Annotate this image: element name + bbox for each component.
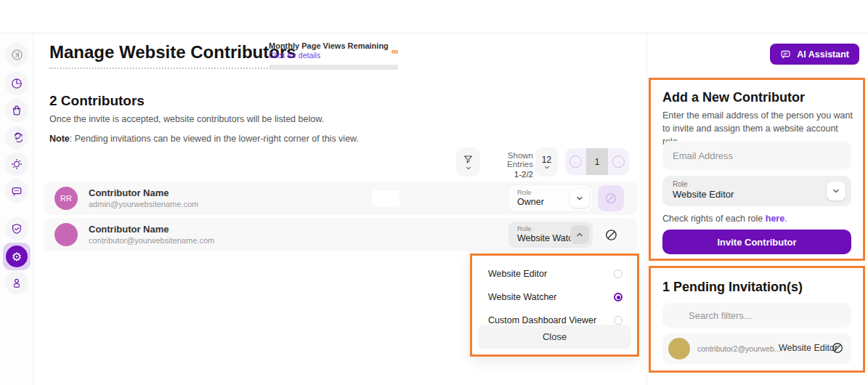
pending-invitation-row: contributor2@yourweb... Website Editor — [662, 333, 851, 364]
remove-contributor-button[interactable] — [603, 227, 619, 243]
radio-checked-icon[interactable] — [614, 293, 622, 301]
ai-assistant-button[interactable]: AI Assistant — [770, 44, 859, 65]
contributor-name: Contributor Name — [89, 187, 169, 198]
check-rights-link[interactable]: here — [766, 214, 784, 224]
page-views-value: ∞ — [392, 46, 398, 57]
role-select[interactable]: Role Website Editor — [662, 176, 851, 206]
role-select-chevron-button[interactable] — [570, 225, 589, 244]
email-field[interactable] — [662, 141, 851, 170]
close-dropdown-button[interactable]: Close — [478, 325, 631, 349]
chevron-down-icon — [832, 187, 840, 195]
pending-role: Website Editor — [779, 343, 837, 353]
sidebar-toggle-button[interactable] — [5, 43, 28, 66]
sidebar: ⚙ — [0, 33, 33, 385]
role-option-website-editor[interactable]: Website Editor — [472, 263, 637, 285]
add-contributor-panel: Add a New Contributor Enter the email ad… — [649, 78, 865, 261]
contributor-row: Contributor Name contributor@yourwebsite… — [44, 218, 638, 251]
note-label: Note — [49, 134, 70, 144]
sidebar-item-contributors[interactable] — [5, 271, 28, 294]
contributor-row: RR Contributor Name admin@yourwebsitenam… — [44, 182, 638, 215]
spiral-icon — [11, 131, 23, 143]
prev-page-button[interactable]: ← — [565, 148, 586, 175]
top-bar — [0, 0, 868, 33]
role-select-chevron-button[interactable] — [570, 189, 589, 208]
role-select-chevron-button[interactable] — [827, 182, 845, 200]
page-title: Manage Website Contributors — [49, 42, 296, 69]
pagination: ← 1 → — [565, 148, 629, 175]
sidebar-item-campaigns[interactable] — [5, 153, 28, 176]
role-option-label: Website Editor — [488, 269, 547, 279]
pending-invitations-panel: 1 Pending Invitation(s) contributor2@you… — [649, 266, 865, 373]
sidebar-toggle-icon — [11, 49, 23, 61]
contributor-email: contributor@yourwebsitename.com — [89, 236, 214, 245]
role-select-label: Role — [673, 180, 851, 188]
contributor-email: admin@yourwebsitename.com — [89, 200, 198, 208]
sidebar-item-sessions[interactable] — [5, 126, 28, 149]
role-option-website-watcher[interactable]: Website Watcher — [472, 286, 637, 308]
remove-contributor-button-disabled — [598, 185, 624, 211]
next-page-button[interactable]: → — [608, 148, 629, 175]
role-select-expanded[interactable]: Role Website Watcher — [508, 222, 593, 248]
role-dropdown-menu: Website Editor Website Watcher Custom Da… — [470, 254, 639, 357]
avatar — [54, 223, 78, 246]
check-rights-prefix: Check rights of each role — [662, 214, 766, 224]
shown-entries: Shown Entries 1-2/2 — [484, 151, 533, 179]
page-views-details-link[interactable]: Click for details — [269, 51, 398, 60]
radio-unchecked-icon[interactable] — [614, 270, 622, 278]
cancel-invitation-button[interactable] — [831, 341, 844, 354]
shopping-bag-icon — [11, 105, 23, 116]
page-views-label: Monthly Page Views Remaining — [269, 41, 398, 50]
shield-check-icon — [11, 223, 23, 235]
gear-icon: ⚙ — [6, 246, 28, 267]
avatar: RR — [54, 187, 78, 210]
pending-invitations-title: 1 Pending Invitation(s) — [662, 280, 803, 295]
contributors-description: Once the invite is accepted, website con… — [49, 114, 324, 124]
role-select[interactable]: Role Owner — [508, 185, 593, 211]
pending-email: contributor2@yourweb... — [697, 344, 781, 353]
contributors-note: Note: Pending invitations can be viewed … — [49, 134, 359, 144]
sidebar-item-feedback[interactable] — [5, 179, 28, 203]
block-icon — [604, 192, 617, 205]
search-input[interactable] — [662, 303, 851, 328]
chevron-down-icon — [575, 194, 584, 203]
content-divider — [646, 33, 647, 385]
sidebar-item-analytics[interactable] — [5, 72, 28, 95]
avatar — [668, 338, 690, 360]
role-option-label: Custom Dashboard Viewer — [488, 315, 596, 325]
block-icon — [604, 228, 618, 242]
chevron-down-icon — [465, 166, 472, 171]
role-select-value: Website Editor — [673, 189, 851, 200]
per-page-value: 12 — [542, 155, 551, 165]
redacted-patch — [372, 190, 399, 206]
radio-unchecked-icon[interactable] — [614, 316, 622, 325]
filter-button[interactable] — [456, 147, 480, 177]
current-page: 1 — [586, 148, 607, 175]
ai-assistant-label: AI Assistant — [797, 49, 849, 60]
sidebar-item-settings[interactable]: ⚙ — [3, 243, 31, 270]
shown-entries-value: 1-2/2 — [484, 170, 533, 179]
chat-bubble-icon — [11, 185, 23, 197]
target-dots-icon — [11, 158, 23, 170]
invite-contributor-button[interactable]: Invite Contributor — [662, 230, 851, 254]
shown-entries-label: Shown Entries — [484, 151, 533, 169]
page-views-progressbar — [269, 65, 398, 70]
check-rights-text: Check rights of each role here. — [662, 214, 787, 224]
add-contributor-title: Add a New Contributor — [662, 90, 805, 105]
arrow-left-icon: ← — [569, 155, 582, 168]
contributor-name: Contributor Name — [89, 224, 169, 235]
sidebar-item-ecommerce[interactable] — [5, 99, 28, 122]
chevron-down-icon — [543, 165, 551, 170]
page-views-widget: Monthly Page Views Remaining Click for d… — [269, 41, 398, 70]
arrow-right-icon: → — [612, 155, 625, 168]
role-option-label: Website Watcher — [488, 292, 556, 302]
funnel-icon — [463, 154, 474, 165]
check-rights-suffix: . — [784, 214, 787, 224]
chevron-up-icon — [575, 230, 584, 239]
sidebar-item-security[interactable] — [5, 217, 28, 240]
user-pin-icon — [11, 277, 23, 288]
per-page-select[interactable]: 12 — [535, 147, 558, 177]
block-icon — [831, 341, 844, 354]
note-text: : Pending invitations can be viewed in t… — [70, 134, 359, 144]
chat-bubble-icon — [780, 49, 791, 60]
contributors-count-title: 2 Contributors — [49, 93, 145, 109]
